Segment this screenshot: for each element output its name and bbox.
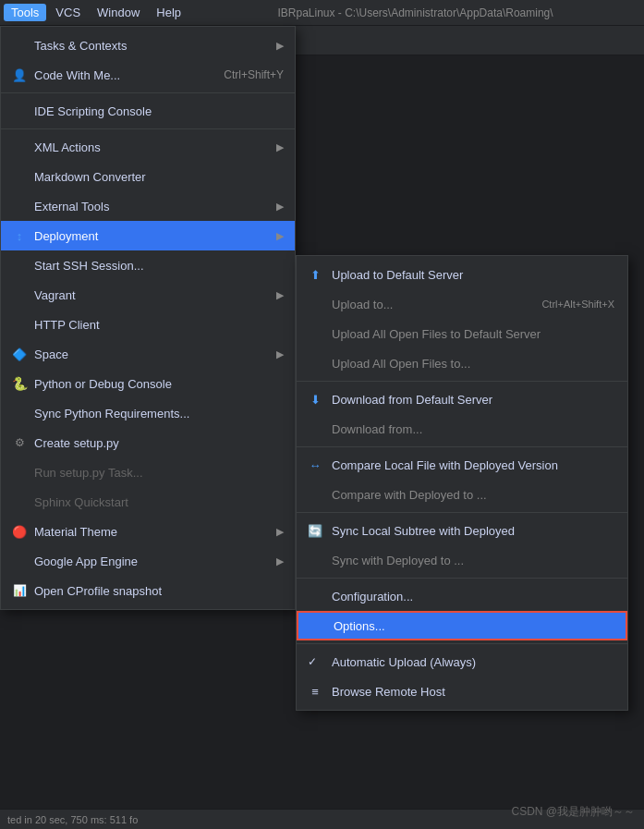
menu-google-app[interactable]: Google App Engine ▶: [1, 546, 295, 576]
window-title: IBRpaLinux - C:\Users\Administrator\AppD…: [190, 6, 640, 19]
material-theme-icon: 🔴: [10, 525, 29, 539]
arrow-icon: ▶: [276, 289, 284, 301]
menu-tools[interactable]: Tools: [4, 4, 46, 21]
submenu-download-from[interactable]: Download from...: [297, 414, 627, 444]
arrow-icon: ▶: [276, 526, 284, 538]
menu-create-setup[interactable]: ⚙ Create setup.py: [1, 428, 295, 457]
separator: [297, 512, 627, 513]
arrow-icon: ▶: [276, 40, 284, 52]
tools-menu: Tasks & Contexts ▶ 👤 Code With Me... Ctr…: [0, 26, 296, 610]
separator: [297, 381, 627, 382]
submenu-configuration[interactable]: Configuration...: [297, 581, 627, 611]
separator: [297, 643, 627, 644]
submenu-upload-to[interactable]: Upload to... Ctrl+Alt+Shift+X: [297, 289, 627, 319]
compare-icon: ↔: [306, 458, 324, 472]
menu-xml-actions[interactable]: XML Actions ▶: [1, 132, 295, 162]
setup-icon: ⚙: [10, 436, 29, 449]
watermark: CSDN @我是肿肿哟～～: [511, 804, 635, 820]
menu-tasks[interactable]: Tasks & Contexts ▶: [1, 30, 295, 60]
menu-window[interactable]: Window: [90, 4, 147, 21]
deployment-icon: ↕: [10, 229, 29, 243]
download-icon: ⬇: [306, 393, 324, 407]
separator: [297, 446, 627, 447]
upload-icon: ⬆: [306, 268, 324, 282]
menu-vcs[interactable]: VCS: [48, 4, 88, 21]
menu-deployment[interactable]: ↕ Deployment ▶: [1, 221, 295, 250]
sync-icon: 🔄: [306, 524, 324, 538]
deployment-submenu: ⬆ Upload to Default Server Upload to... …: [296, 255, 628, 711]
submenu-download-default[interactable]: ⬇ Download from Default Server: [297, 384, 627, 414]
menubar: Tools VCS Window Help IBRpaLinux - C:\Us…: [0, 0, 644, 26]
menu-help[interactable]: Help: [149, 4, 188, 21]
checkmark-icon: ✓: [308, 655, 317, 668]
status-text: ted in 20 sec, 750 ms: 511 fo: [7, 814, 138, 825]
submenu-browse-remote[interactable]: ≡ Browse Remote Host: [297, 677, 627, 706]
menu-ide-scripting[interactable]: IDE Scripting Console: [1, 96, 295, 126]
menu-space[interactable]: 🔷 Space ▶: [1, 339, 295, 369]
submenu-compare-with[interactable]: Compare with Deployed to ...: [297, 480, 627, 509]
submenu-sync-subtree[interactable]: 🔄 Sync Local Subtree with Deployed: [297, 516, 627, 545]
arrow-icon: ▶: [276, 555, 284, 567]
submenu-sync-with[interactable]: Sync with Deployed to ...: [297, 545, 627, 575]
menu-ssh-session[interactable]: Start SSH Session...: [1, 250, 295, 280]
menu-sync-python[interactable]: Sync Python Requirements...: [1, 398, 295, 428]
code-with-me-icon: 👤: [10, 68, 29, 82]
menu-run-setup[interactable]: Run setup.py Task...: [1, 457, 295, 487]
submenu-options[interactable]: Options...: [297, 611, 627, 640]
dropdown-container: Tasks & Contexts ▶ 👤 Code With Me... Ctr…: [0, 26, 296, 610]
submenu-upload-default[interactable]: ⬆ Upload to Default Server: [297, 260, 627, 289]
arrow-icon: ▶: [276, 141, 284, 153]
arrow-icon: ▶: [276, 348, 284, 360]
arrow-icon: ▶: [276, 230, 284, 242]
cprofile-icon: 📊: [10, 584, 29, 597]
space-icon: 🔷: [10, 347, 29, 361]
menu-sphinx[interactable]: Sphinx Quickstart: [1, 487, 295, 517]
submenu-compare-deployed[interactable]: ↔ Compare Local File with Deployed Versi…: [297, 450, 627, 480]
separator: [1, 128, 295, 129]
arrow-icon: ▶: [276, 201, 284, 213]
browse-remote-icon: ≡: [306, 685, 324, 699]
menu-cprofile[interactable]: 📊 Open CProfile snapshot: [1, 576, 295, 605]
menu-python-console[interactable]: 🐍 Python or Debug Console: [1, 369, 295, 398]
separator: [297, 578, 627, 579]
menu-http-client[interactable]: HTTP Client: [1, 310, 295, 339]
python-icon: 🐍: [10, 376, 29, 391]
submenu-upload-all-to[interactable]: Upload All Open Files to...: [297, 348, 627, 378]
submenu-auto-upload[interactable]: ✓ Automatic Upload (Always): [297, 647, 627, 677]
submenu-upload-all-default[interactable]: Upload All Open Files to Default Server: [297, 319, 627, 348]
menu-material-theme[interactable]: 🔴 Material Theme ▶: [1, 517, 295, 546]
menu-code-with-me[interactable]: 👤 Code With Me... Ctrl+Shift+Y: [1, 60, 295, 90]
separator: [1, 92, 295, 93]
menu-external-tools[interactable]: External Tools ▶: [1, 191, 295, 221]
menu-markdown[interactable]: Markdown Converter: [1, 162, 295, 191]
menu-vagrant[interactable]: Vagrant ▶: [1, 280, 295, 310]
